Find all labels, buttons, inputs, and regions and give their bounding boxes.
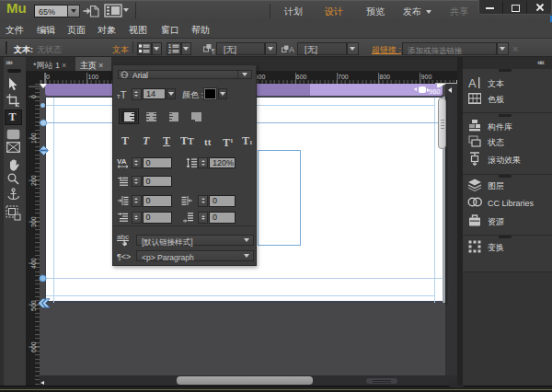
svg-text:¶: ¶ — [212, 47, 215, 54]
svg-text:A: A — [468, 76, 477, 89]
svg-text:VA: VA — [117, 157, 127, 166]
svg-text:A: A — [289, 45, 294, 54]
svg-text:2: 2 — [168, 49, 171, 54]
